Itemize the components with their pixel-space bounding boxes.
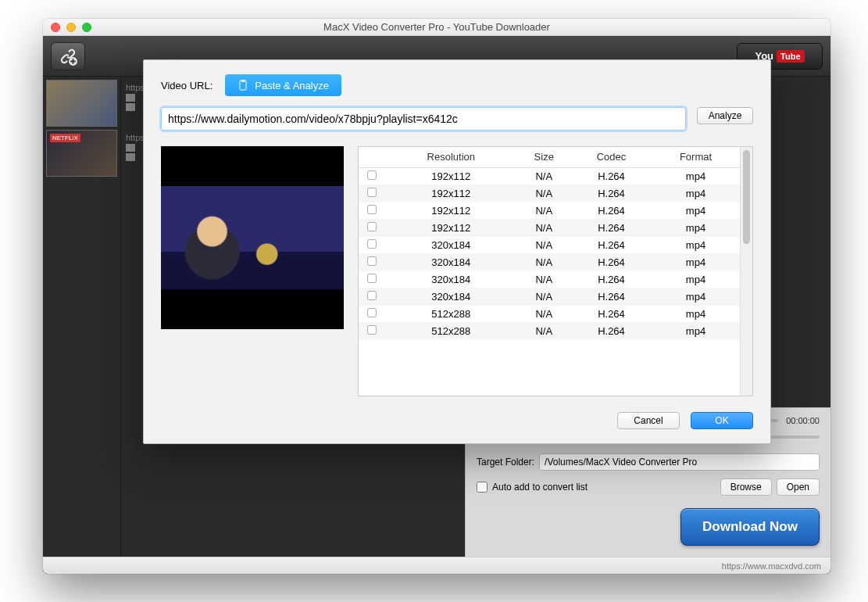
cell-resolution: 192x112 <box>385 219 517 236</box>
target-folder-input[interactable] <box>539 453 820 471</box>
row-checkbox[interactable] <box>367 239 377 249</box>
table-row[interactable]: 320x184N/AH.264mp4 <box>359 253 740 271</box>
video-thumbnail <box>161 186 344 289</box>
clipboard-icon <box>238 80 248 91</box>
table-row[interactable]: 320x184N/AH.264mp4 <box>359 236 740 253</box>
cell-size: N/A <box>517 219 571 236</box>
cell-size: N/A <box>517 288 571 305</box>
row-checkbox[interactable] <box>367 291 377 300</box>
status-bar: https://www.macxdvd.com <box>43 557 830 574</box>
cell-resolution: 320x184 <box>385 236 517 253</box>
link-plus-icon <box>58 46 78 66</box>
queue-thumb[interactable] <box>46 80 117 127</box>
cell-resolution: 192x112 <box>385 167 517 185</box>
table-row[interactable]: 320x184N/AH.264mp4 <box>359 271 740 288</box>
cell-codec: H.264 <box>571 236 652 253</box>
cell-resolution: 320x184 <box>385 288 517 305</box>
cell-codec: H.264 <box>571 288 652 305</box>
cell-format: mp4 <box>652 271 740 288</box>
table-scrollbar[interactable] <box>740 147 752 396</box>
cell-format: mp4 <box>652 219 740 236</box>
cell-codec: H.264 <box>571 167 652 185</box>
cell-format: mp4 <box>652 253 740 271</box>
paste-analyze-button[interactable]: Paste & Analyze <box>225 74 341 96</box>
col-format[interactable]: Format <box>652 147 740 167</box>
row-checkbox[interactable] <box>367 256 377 266</box>
cell-codec: H.264 <box>571 271 652 288</box>
video-icon <box>126 144 135 152</box>
row-checkbox[interactable] <box>367 308 377 317</box>
video-preview <box>161 146 344 329</box>
table-row[interactable]: 320x184N/AH.264mp4 <box>359 288 740 305</box>
cell-resolution: 192x112 <box>385 202 517 219</box>
col-size[interactable]: Size <box>517 147 571 167</box>
cell-size: N/A <box>517 236 571 253</box>
table-row[interactable]: 192x112N/AH.264mp4 <box>359 202 740 219</box>
cell-size: N/A <box>517 271 571 288</box>
cell-codec: H.264 <box>571 219 652 236</box>
sidebar: NETFLIX <box>43 77 121 574</box>
analyze-dialog: Video URL: Paste & Analyze Analyze <box>143 59 771 444</box>
row-checkbox[interactable] <box>367 222 377 231</box>
cell-codec: H.264 <box>571 202 652 219</box>
cell-codec: H.264 <box>571 322 652 339</box>
cell-format: mp4 <box>652 185 740 202</box>
cell-size: N/A <box>517 305 571 322</box>
row-checkbox[interactable] <box>367 170 377 180</box>
auto-add-label: Auto add to convert list <box>492 482 588 493</box>
cell-format: mp4 <box>652 167 740 185</box>
cell-codec: H.264 <box>571 253 652 271</box>
download-icon <box>126 103 135 111</box>
queue-thumb[interactable]: NETFLIX <box>46 130 117 177</box>
cell-size: N/A <box>517 202 571 219</box>
youtube-suffix: Tube <box>777 50 804 63</box>
target-folder-label: Target Folder: <box>477 457 534 468</box>
table-row[interactable]: 192x112N/AH.264mp4 <box>359 185 740 202</box>
cell-size: N/A <box>517 167 571 185</box>
table-row[interactable]: 512x288N/AH.264mp4 <box>359 322 740 339</box>
video-url-label: Video URL: <box>161 80 213 91</box>
row-checkbox[interactable] <box>367 188 377 197</box>
cell-codec: H.264 <box>571 185 652 202</box>
table-row[interactable]: 192x112N/AH.264mp4 <box>359 167 740 185</box>
open-button[interactable]: Open <box>777 478 820 496</box>
cell-resolution: 320x184 <box>385 271 517 288</box>
browse-button[interactable]: Browse <box>720 478 772 496</box>
main-window: MacX Video Converter Pro - YouTube Downl… <box>43 19 830 574</box>
download-icon <box>126 153 135 161</box>
cell-format: mp4 <box>652 322 740 339</box>
queue-url-prefix: https <box>126 133 145 142</box>
cell-resolution: 512x288 <box>385 305 517 322</box>
add-link-button[interactable] <box>51 42 85 70</box>
cell-format: mp4 <box>652 305 740 322</box>
row-checkbox[interactable] <box>367 274 377 283</box>
table-row[interactable]: 512x288N/AH.264mp4 <box>359 305 740 322</box>
cancel-button[interactable]: Cancel <box>617 412 680 429</box>
auto-add-checkbox[interactable] <box>477 482 488 493</box>
row-checkbox[interactable] <box>367 205 377 214</box>
cell-format: mp4 <box>652 202 740 219</box>
cell-resolution: 192x112 <box>385 185 517 202</box>
video-icon <box>126 94 135 102</box>
cell-format: mp4 <box>652 288 740 305</box>
svg-rect-2 <box>241 80 245 82</box>
cell-size: N/A <box>517 322 571 339</box>
video-url-input[interactable] <box>161 107 686 131</box>
playback-time: 00:00:00 <box>786 416 820 425</box>
row-checkbox[interactable] <box>367 325 377 335</box>
window-title: MacX Video Converter Pro - YouTube Downl… <box>43 21 830 33</box>
ok-button[interactable]: OK <box>691 412 753 429</box>
cell-resolution: 512x288 <box>385 322 517 339</box>
analyze-button[interactable]: Analyze <box>697 107 753 124</box>
status-url: https://www.macxdvd.com <box>722 561 821 571</box>
queue-url-prefix: https <box>126 83 145 92</box>
paste-analyze-label: Paste & Analyze <box>255 80 329 91</box>
download-now-button[interactable]: Download Now <box>680 508 820 546</box>
col-resolution[interactable]: Resolution <box>385 147 517 167</box>
cell-size: N/A <box>517 185 571 202</box>
cell-codec: H.264 <box>571 305 652 322</box>
cell-resolution: 320x184 <box>385 253 517 271</box>
table-row[interactable]: 192x112N/AH.264mp4 <box>359 219 740 236</box>
cell-format: mp4 <box>652 236 740 253</box>
col-codec[interactable]: Codec <box>571 147 652 167</box>
